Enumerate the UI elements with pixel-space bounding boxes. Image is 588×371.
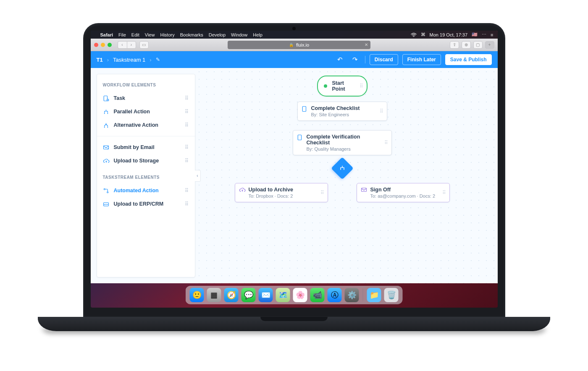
control-center-icon[interactable]: ⌘ [421, 32, 425, 37]
dock-settings-icon[interactable]: ⚙️ [345, 288, 359, 302]
nav-back-button[interactable]: ‹ [118, 41, 127, 49]
node-title: Start Point [332, 80, 352, 92]
menubar-clock[interactable]: Mon 19 Oct, 17:37 [430, 32, 468, 37]
drag-handle-icon[interactable]: ⠿ [380, 108, 383, 114]
drag-handle-icon[interactable]: ⠿ [320, 190, 324, 196]
tab-add-button[interactable]: + [485, 41, 494, 49]
svg-point-0 [413, 36, 414, 37]
finish-later-button[interactable]: Finish Later [402, 54, 441, 65]
macos-menubar: Safari File Edit View History Bookmarks … [91, 31, 498, 39]
window-minimize-button[interactable] [101, 43, 105, 47]
element-label: Upload to ERP/CRM [114, 201, 164, 207]
element-task[interactable]: Task ⠿ [101, 91, 191, 105]
sidebar-toggle-button[interactable]: ▭ [139, 41, 149, 49]
dock-downloads-icon[interactable]: 📁 [367, 288, 381, 302]
menubar-app-name[interactable]: Safari [100, 32, 113, 37]
element-submit-email[interactable]: Submit by Email ⠿ [101, 141, 191, 154]
element-label: Automated Action [114, 188, 159, 193]
window-fullscreen-button[interactable] [108, 43, 112, 47]
dock-messages-icon[interactable]: 💬 [242, 288, 256, 302]
section-title-workflow: WORKFLOW ELEMENTS [103, 83, 189, 87]
drag-handle-icon[interactable]: ⠿ [360, 83, 363, 89]
drag-handle-icon[interactable]: ⠿ [185, 95, 189, 101]
dock-trash-icon[interactable]: 🗑️ [384, 288, 399, 302]
share-button[interactable]: ⇪ [450, 41, 459, 49]
drag-handle-icon[interactable]: ⠿ [185, 109, 189, 115]
tabs-overview-button[interactable]: ▢ [473, 41, 483, 49]
task-icon [302, 106, 308, 112]
workflow-canvas[interactable]: Start Point ⠿ Complete Checklist By: Sit… [195, 68, 498, 283]
menu-bookmarks[interactable]: Bookmarks [180, 32, 203, 37]
task-icon [297, 134, 304, 141]
flag-icon[interactable]: 🇺🇸 [472, 32, 478, 37]
automation-icon [103, 187, 110, 194]
menubar-overflow-icon[interactable]: ⋯ [482, 32, 486, 37]
svg-point-8 [104, 188, 105, 190]
address-bar[interactable]: 🔒 fluix.io ✕ [228, 41, 370, 49]
new-tab-button[interactable]: ⊕ [462, 41, 471, 49]
safari-toolbar: ‹ › ▭ 🔒 fluix.io ✕ ⇪ ⊕ ▢ + [91, 39, 498, 51]
menubar-list-icon[interactable]: ≡ [491, 32, 493, 37]
lock-icon: 🔒 [289, 43, 294, 47]
elements-panel: WORKFLOW ELEMENTS Task ⠿ [97, 74, 195, 277]
element-label: Task [114, 95, 126, 101]
node-start[interactable]: Start Point ⠿ [317, 76, 368, 97]
app-header: T1 › Taskstream 1 › ✎ ↶ ↷ Discard Finish… [91, 51, 498, 68]
macos-dock: 🙂 ▦ 🧭 💬 ✉️ 🗺️ 🌸 📹 Ⓐ ⚙️ 📁 🗑️ [186, 286, 403, 304]
discard-button[interactable]: Discard [370, 54, 398, 65]
menu-history[interactable]: History [160, 32, 174, 37]
save-publish-button[interactable]: Save & Publish [445, 54, 492, 65]
drag-handle-icon[interactable]: ⠿ [185, 144, 189, 150]
collapse-sidebar-button[interactable]: ‹ [195, 170, 201, 182]
element-upload-storage[interactable]: Upload to Storage ⠿ [101, 154, 191, 167]
dock-safari-icon[interactable]: 🧭 [224, 288, 239, 302]
node-branch[interactable] [331, 157, 354, 180]
breadcrumb-id[interactable]: T1 [97, 57, 103, 63]
node-subtitle: To: Dropbox · Docs: 2 [249, 193, 315, 199]
drag-handle-icon[interactable]: ⠿ [384, 140, 388, 146]
drag-handle-icon[interactable]: ⠿ [442, 190, 446, 196]
section-title-taskstream: TASKSTREAM ELEMENTS [103, 175, 189, 180]
node-sign-off[interactable]: Sign Off To: as@company.com · Docs: 2 ⠿ [357, 183, 450, 202]
menu-help[interactable]: Help [253, 32, 262, 37]
dock-appstore-icon[interactable]: Ⓐ [328, 288, 342, 302]
node-title: Complete Checklist [311, 105, 374, 111]
email-icon [103, 144, 110, 151]
dock-launchpad-icon[interactable]: ▦ [207, 288, 221, 302]
menu-file[interactable]: File [118, 32, 126, 37]
dock-finder-icon[interactable]: 🙂 [190, 288, 204, 302]
erp-icon: HTTP [103, 201, 110, 207]
element-parallel-action[interactable]: Parallel Action ⠿ [101, 105, 191, 118]
node-verification-checklist[interactable]: Complete Verification Checklist By: Qual… [293, 130, 392, 155]
menu-edit[interactable]: Edit [131, 32, 139, 37]
drag-handle-icon[interactable]: ⠿ [185, 188, 189, 193]
breadcrumb-separator-2: › [150, 57, 151, 63]
element-upload-erp[interactable]: HTTP Upload to ERP/CRM ⠿ [101, 197, 191, 211]
element-automated-action[interactable]: Automated Action ⠿ [101, 184, 191, 197]
element-alternative-action[interactable]: Alternative Action ⠿ [101, 118, 191, 132]
dock-photos-icon[interactable]: 🌸 [293, 288, 307, 302]
menu-view[interactable]: View [145, 32, 155, 37]
window-close-button[interactable] [94, 43, 98, 47]
svg-point-4 [107, 113, 108, 114]
element-label: Parallel Action [114, 109, 150, 115]
drag-handle-icon[interactable]: ⠿ [185, 158, 189, 164]
wifi-icon[interactable] [411, 33, 417, 37]
drag-handle-icon[interactable]: ⠿ [185, 201, 189, 207]
menu-develop[interactable]: Develop [209, 32, 226, 37]
dock-mail-icon[interactable]: ✉️ [259, 288, 273, 302]
menu-window[interactable]: Window [231, 32, 247, 37]
node-title: Sign Off [370, 187, 437, 193]
dock-facetime-icon[interactable]: 📹 [310, 288, 325, 302]
nav-forward-button[interactable]: › [127, 41, 136, 49]
edit-title-icon[interactable]: ✎ [156, 57, 160, 63]
node-complete-checklist[interactable]: Complete Checklist By: Site Engineers ⠿ [297, 102, 387, 121]
undo-button[interactable]: ↶ [335, 54, 346, 65]
node-title: Complete Verification Checklist [307, 134, 379, 146]
breadcrumb-title[interactable]: Taskstream 1 [113, 57, 145, 63]
redo-button[interactable]: ↷ [350, 54, 361, 65]
drag-handle-icon[interactable]: ⠿ [185, 122, 189, 128]
stop-reload-icon[interactable]: ✕ [365, 42, 368, 47]
dock-maps-icon[interactable]: 🗺️ [276, 288, 290, 302]
node-upload-archive[interactable]: Upload to Archive To: Dropbox · Docs: 2 … [235, 183, 328, 202]
